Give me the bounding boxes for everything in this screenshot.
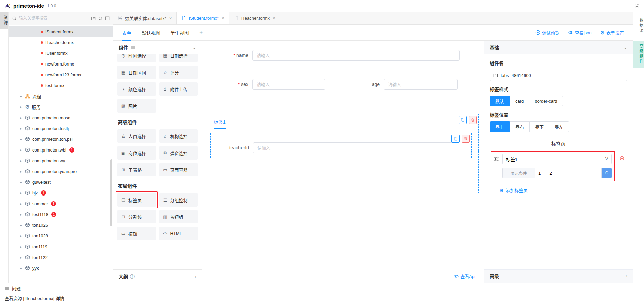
expand-arrow-icon[interactable]: ▸: [19, 223, 23, 227]
expand-arrow-icon[interactable]: ▸: [19, 213, 23, 216]
tree-item[interactable]: ▸summer1: [9, 198, 113, 209]
tree-item[interactable]: ITeacher.formx: [9, 37, 113, 48]
tree-item[interactable]: newform123.formx: [9, 69, 113, 80]
palette-item-person[interactable]: ♙人员选择: [117, 129, 156, 143]
palette-item-tabs[interactable]: ❏标签页: [117, 193, 156, 207]
palette-item-post[interactable]: ▣岗位选择: [117, 146, 156, 160]
expand-arrow-icon[interactable]: ▸: [19, 116, 23, 120]
save-icon[interactable]: [634, 3, 640, 9]
tree-item[interactable]: ▸com.primeton.wbl1: [9, 144, 113, 155]
expand-arrow-icon[interactable]: ▸: [19, 266, 23, 270]
chevron-down-icon[interactable]: ⌄: [192, 45, 196, 50]
close-tab-icon[interactable]: ×: [222, 16, 224, 21]
palette-item-html[interactable]: </>HTML: [159, 227, 198, 240]
close-tab-icon[interactable]: ×: [273, 16, 275, 21]
view-tab-student[interactable]: 学生视图: [170, 25, 189, 41]
outline-section[interactable]: 大纲 ⓘ ›: [113, 269, 202, 283]
view-tab-form[interactable]: 表单: [122, 25, 131, 41]
palette-item-group[interactable]: ☰分组控制: [159, 193, 198, 207]
chevron-right-icon[interactable]: ›: [626, 273, 627, 279]
expand-arrow-icon[interactable]: ▸: [19, 137, 23, 141]
field-sex[interactable]: *sex: [202, 79, 325, 90]
rail-tab-datasource[interactable]: 数据源: [633, 15, 644, 37]
view-tab-default[interactable]: 默认视图: [142, 25, 160, 41]
position-left-button[interactable]: 靠左: [549, 121, 569, 132]
age-input[interactable]: [384, 79, 458, 90]
palette-item-subtable[interactable]: ⊞子表格: [117, 163, 156, 176]
editor-tab-istudent[interactable]: IStudent.formx* ×: [177, 12, 229, 24]
form-canvas[interactable]: *name *sex age: [202, 41, 484, 283]
condition-input[interactable]: [535, 168, 602, 178]
tree-item[interactable]: ▸guweitest: [9, 177, 113, 187]
chevron-right-icon[interactable]: ›: [195, 274, 196, 279]
field-age[interactable]: age: [333, 79, 458, 90]
view-json-button[interactable]: 查看json: [568, 29, 592, 36]
field-row-teacherid[interactable]: teacherId: [211, 142, 471, 153]
style-default-button[interactable]: 默认: [490, 96, 510, 106]
add-tab-button[interactable]: ⊕ 添加标签页: [500, 187, 627, 193]
tab-name-input[interactable]: [502, 154, 602, 164]
copy-component-button[interactable]: [459, 116, 467, 124]
expand-arrow-icon[interactable]: ▸: [19, 202, 23, 206]
tree-item[interactable]: ▸流程: [9, 91, 113, 101]
tree-item[interactable]: ▸test11181: [9, 209, 113, 220]
name-input[interactable]: [252, 50, 460, 61]
tabs-component-selected[interactable]: 标签1 teacherId: [207, 114, 479, 193]
palette-item-upload[interactable]: ↥附件上传: [159, 82, 198, 96]
component-name-field[interactable]: [490, 70, 627, 81]
expand-arrow-icon[interactable]: ▸: [19, 256, 23, 259]
refresh-icon[interactable]: [98, 16, 103, 21]
tree-item[interactable]: ▸com.primeton.wy: [9, 155, 113, 166]
delete-component-button[interactable]: [462, 135, 470, 143]
tree-item[interactable]: newform.formx: [9, 58, 113, 69]
palette-item-button[interactable]: ▭按钮: [117, 227, 156, 240]
tab-label[interactable]: 标签1: [214, 118, 226, 129]
palette-item-date[interactable]: ▦日期选择: [159, 54, 198, 62]
tree-item[interactable]: ▸com.primeton.ton.psi: [9, 134, 113, 144]
tab-dropdown-button[interactable]: V: [602, 154, 612, 164]
position-top-button[interactable]: 靠上: [490, 121, 510, 132]
chevron-down-icon[interactable]: ⌄: [623, 45, 627, 50]
tree-item[interactable]: ▸com.primeton.mosa: [9, 112, 113, 123]
palette-item-daterange[interactable]: ▦日期区间: [117, 66, 156, 79]
rail-tab-advanced-components[interactable]: 高级组件: [633, 41, 644, 68]
copy-component-button[interactable]: [451, 135, 460, 143]
section-advanced[interactable]: 高级 ›: [484, 269, 633, 283]
search-input[interactable]: [19, 16, 89, 21]
condition-button[interactable]: C: [602, 168, 612, 178]
close-tab-icon[interactable]: ×: [169, 16, 172, 21]
tree-item[interactable]: test.formx: [9, 80, 113, 91]
expand-arrow-icon[interactable]: ▸: [19, 234, 23, 238]
tree-item[interactable]: ▸com.primeton.testlj: [9, 123, 113, 134]
palette-item-dialog[interactable]: ⧉弹窗选择: [159, 146, 198, 160]
sliders-icon[interactable]: [494, 156, 499, 162]
tree-scrollbar[interactable]: [110, 159, 112, 226]
tree-item[interactable]: ▸ton1122: [9, 252, 113, 263]
tree-item[interactable]: IUser.formx: [9, 48, 113, 58]
teacherid-input[interactable]: [253, 142, 458, 153]
expand-arrow-icon[interactable]: ▸: [19, 148, 23, 152]
editor-tab-iteacher[interactable]: ITeacher.formx ×: [229, 12, 280, 24]
expand-arrow-icon[interactable]: ▸: [19, 105, 23, 109]
expand-arrow-icon[interactable]: ▸: [19, 170, 23, 173]
rail-tab-resources[interactable]: 资源: [0, 12, 8, 29]
expand-arrow-icon[interactable]: ▸: [19, 94, 23, 98]
position-right-button[interactable]: 靠右: [509, 121, 530, 132]
new-folder-icon[interactable]: [91, 16, 96, 21]
tree-item[interactable]: ▸ton1026: [9, 220, 113, 230]
add-view-button[interactable]: +: [199, 29, 203, 36]
expand-arrow-icon[interactable]: ▸: [19, 180, 23, 184]
problems-bar[interactable]: 问题: [0, 283, 644, 293]
tree-item[interactable]: ▸ton1119: [9, 241, 113, 252]
palette-item-divider[interactable]: ⊟分割线: [117, 210, 156, 223]
remove-tab-button[interactable]: ⊖: [619, 155, 625, 161]
collapse-panel-icon[interactable]: [105, 16, 110, 21]
expand-arrow-icon[interactable]: ▸: [19, 159, 23, 163]
position-bottom-button[interactable]: 靠下: [529, 121, 549, 132]
sex-input[interactable]: [252, 79, 325, 90]
tree-item[interactable]: ▸⚙服务: [9, 101, 113, 112]
debug-preview-button[interactable]: 调试预览: [535, 29, 559, 36]
delete-component-button[interactable]: [469, 116, 477, 124]
form-settings-button[interactable]: ⚙ 表单设置: [600, 29, 624, 36]
editor-tab-dataset[interactable]: 强关联实体.datasetx* ×: [113, 12, 177, 24]
